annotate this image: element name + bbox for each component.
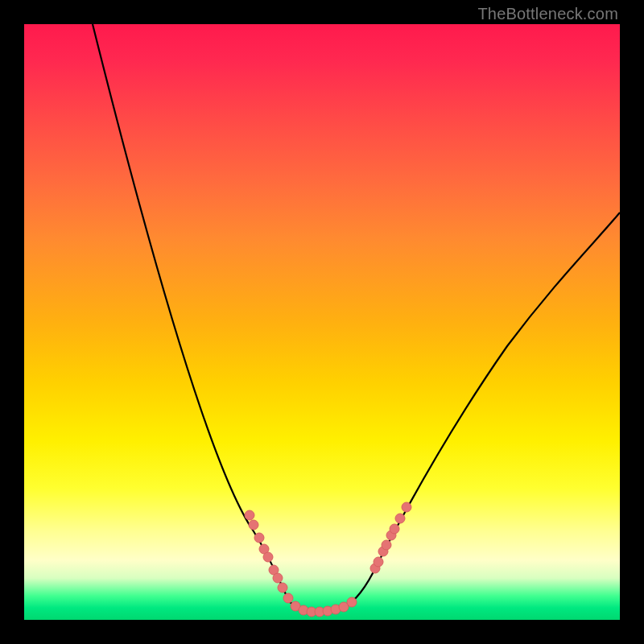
watermark-text: TheBottleneck.com — [477, 5, 618, 23]
chart-plot-area — [24, 24, 620, 620]
data-point — [278, 583, 287, 592]
chart-svg — [24, 24, 620, 620]
data-point — [249, 520, 258, 530]
data-point — [245, 510, 254, 520]
data-point — [374, 557, 383, 567]
data-point — [254, 533, 264, 543]
data-point — [263, 552, 273, 562]
data-points-group — [245, 502, 411, 617]
data-point — [390, 524, 399, 534]
data-point — [402, 502, 411, 512]
data-point — [273, 573, 283, 583]
data-point — [347, 597, 357, 607]
bottleneck-curve — [93, 24, 620, 612]
data-point — [395, 514, 405, 523]
data-point — [283, 593, 293, 603]
data-point — [382, 540, 391, 550]
